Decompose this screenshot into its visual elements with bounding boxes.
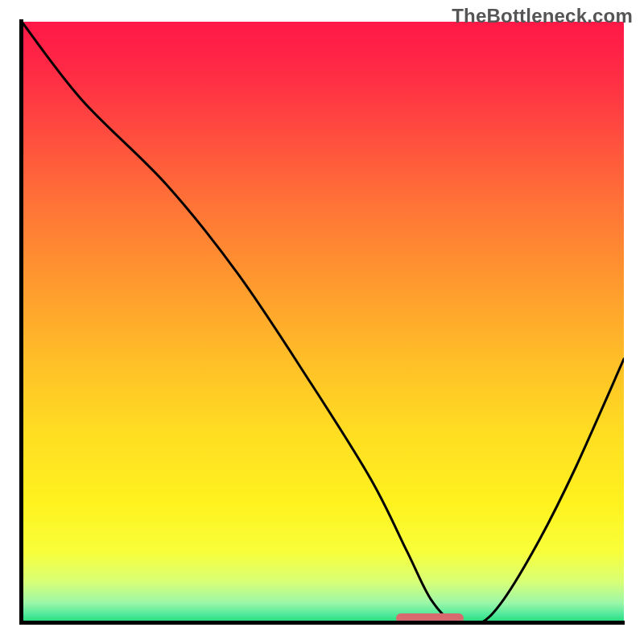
- gradient-rect: [22, 22, 624, 624]
- y-axis: [19, 19, 23, 625]
- plot-area: [22, 22, 624, 624]
- watermark-text: TheBottleneck.com: [452, 5, 633, 27]
- plot-svg: [22, 22, 624, 624]
- chart-container: TheBottleneck.com: [0, 0, 644, 644]
- x-axis: [19, 621, 625, 625]
